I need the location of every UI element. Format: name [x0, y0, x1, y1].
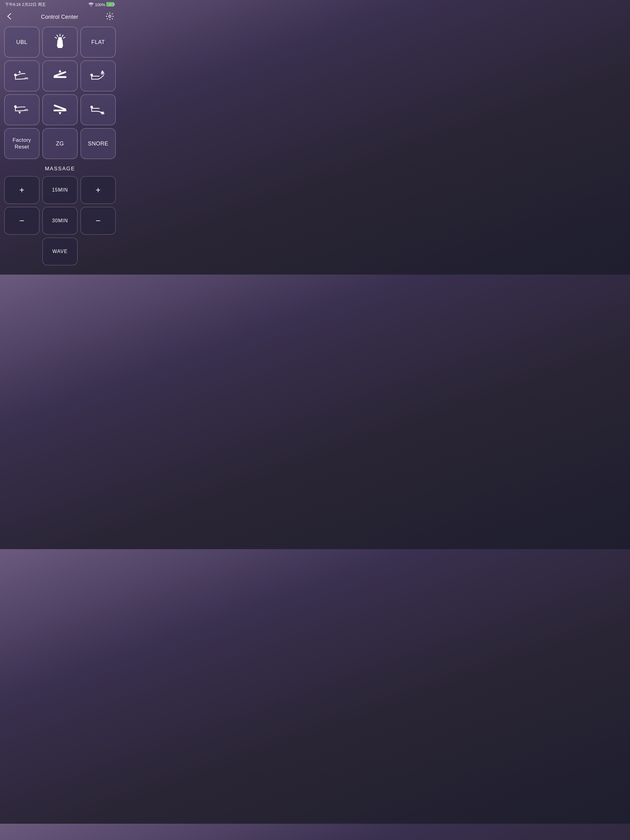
status-time: 下午6:16 — [5, 2, 21, 7]
svg-marker-25 — [19, 112, 21, 114]
massage-wave-button[interactable]: WAVE — [43, 238, 78, 265]
snore-button[interactable]: SNORE — [81, 128, 116, 159]
svg-line-9 — [55, 37, 57, 38]
svg-point-21 — [90, 74, 93, 76]
plus-left-icon: + — [19, 185, 24, 195]
svg-text:⚡: ⚡ — [109, 3, 112, 6]
wifi-icon — [88, 2, 94, 7]
svg-point-14 — [25, 77, 26, 79]
flat-label: FLAT — [91, 39, 105, 46]
massage-15min-label: 15MIN — [52, 187, 68, 193]
back-up-icon — [13, 67, 30, 85]
app-header: Control Center — [0, 9, 120, 27]
massage-section-label: MASSAGE — [0, 166, 120, 172]
battery-icon: ⚡ — [106, 2, 115, 7]
minus-right-icon: − — [96, 216, 101, 226]
svg-rect-19 — [54, 76, 66, 78]
page-title: Control Center — [41, 14, 78, 20]
status-time-date: 下午6:16 2月22日 周五 — [5, 2, 46, 7]
massage-wave-label: WAVE — [52, 249, 67, 254]
back-down-icon — [13, 101, 30, 119]
massage-left-plus-button[interactable]: + — [4, 176, 40, 204]
status-bar: 下午6:16 2月22日 周五 100% ⚡ — [0, 0, 120, 9]
settings-button[interactable] — [104, 11, 115, 23]
svg-rect-11 — [57, 46, 62, 48]
status-icons: 100% ⚡ — [88, 2, 115, 7]
svg-point-35 — [101, 112, 103, 114]
svg-line-7 — [57, 35, 58, 36]
svg-point-4 — [109, 15, 111, 17]
svg-rect-32 — [54, 109, 66, 111]
feet-down-icon — [90, 101, 107, 119]
massage-15min-button[interactable]: 15MIN — [43, 176, 78, 204]
svg-point-28 — [27, 109, 28, 111]
battery-percent: 100% — [95, 2, 105, 7]
feet-up-icon — [90, 67, 107, 85]
feet-up-button[interactable] — [81, 61, 116, 91]
snore-label: SNORE — [88, 141, 109, 147]
back-button[interactable] — [5, 12, 15, 22]
svg-point-27 — [25, 109, 26, 111]
svg-marker-17 — [59, 69, 62, 72]
svg-line-6 — [62, 35, 63, 36]
massage-30min-button[interactable]: 30MIN — [43, 207, 78, 235]
massage-label: MASSAGE — [0, 166, 120, 172]
svg-point-34 — [90, 106, 93, 108]
factory-reset-label: Factory Reset — [13, 137, 31, 150]
minus-left-icon: − — [19, 216, 24, 226]
massage-right-minus-button[interactable]: − — [81, 207, 116, 235]
ubl-label: UBL — [16, 39, 28, 46]
flat-button[interactable]: FLAT — [81, 27, 116, 57]
svg-marker-30 — [59, 112, 62, 114]
bed-down-button[interactable] — [43, 95, 78, 125]
svg-marker-12 — [19, 70, 21, 73]
bed-up-button[interactable] — [43, 61, 78, 91]
svg-rect-2 — [114, 3, 115, 5]
svg-point-15 — [27, 77, 28, 79]
svg-line-8 — [63, 37, 65, 38]
controls-grid: UBL FLAT — [0, 27, 120, 159]
back-down-button[interactable] — [4, 95, 40, 125]
svg-point-22 — [101, 73, 103, 74]
zg-label: ZG — [56, 141, 64, 147]
svg-rect-10 — [58, 37, 62, 39]
status-date: 2月22日 周五 — [22, 2, 46, 7]
feet-down-button[interactable] — [81, 95, 116, 125]
zg-button[interactable]: ZG — [43, 128, 78, 159]
ubl-button[interactable]: UBL — [4, 27, 40, 57]
plus-right-icon: + — [96, 185, 101, 195]
flashlight-button[interactable] — [43, 27, 78, 57]
massage-left-minus-button[interactable]: − — [4, 207, 40, 235]
svg-rect-31 — [54, 104, 66, 111]
massage-grid: + 15MIN + − 30MIN − WAVE — [0, 176, 120, 265]
massage-30min-label: 30MIN — [52, 218, 68, 224]
bed-down-icon — [51, 101, 69, 119]
massage-right-plus-button[interactable]: + — [81, 176, 116, 204]
svg-point-23 — [103, 73, 104, 74]
svg-marker-20 — [101, 70, 104, 73]
back-up-button[interactable] — [4, 61, 40, 91]
flashlight-icon — [51, 33, 69, 52]
bed-up-icon — [51, 67, 69, 85]
factory-reset-button[interactable]: Factory Reset — [4, 128, 40, 159]
